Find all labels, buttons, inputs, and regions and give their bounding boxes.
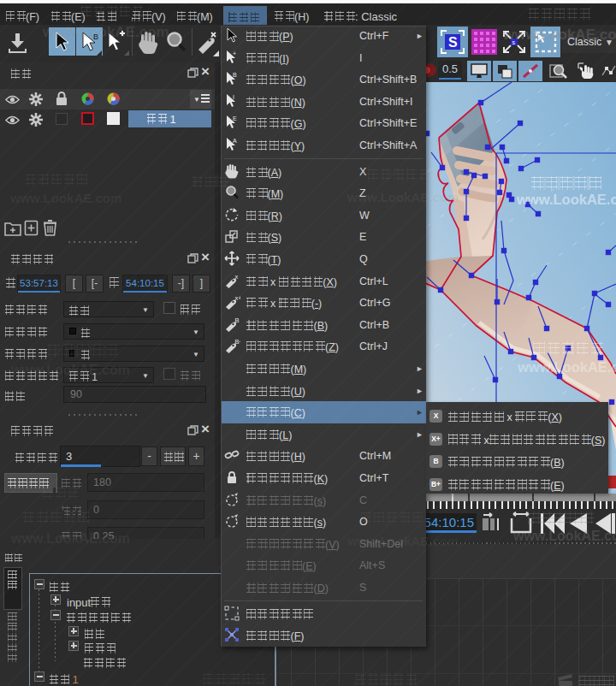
svg-text:I: I — [233, 94, 234, 100]
svg-text:B: B — [235, 316, 240, 324]
svg-text:S: S — [448, 35, 458, 50]
svg-text:B+: B+ — [235, 338, 241, 346]
svg-text:B: B — [233, 72, 237, 78]
svg-text:+: + — [233, 50, 236, 56]
svg-text:E: E — [233, 115, 237, 121]
svg-text:x+: x+ — [235, 294, 241, 302]
svg-text:*: * — [234, 513, 237, 521]
svg-text:x: x — [235, 273, 239, 281]
svg-text:A: A — [233, 138, 237, 144]
